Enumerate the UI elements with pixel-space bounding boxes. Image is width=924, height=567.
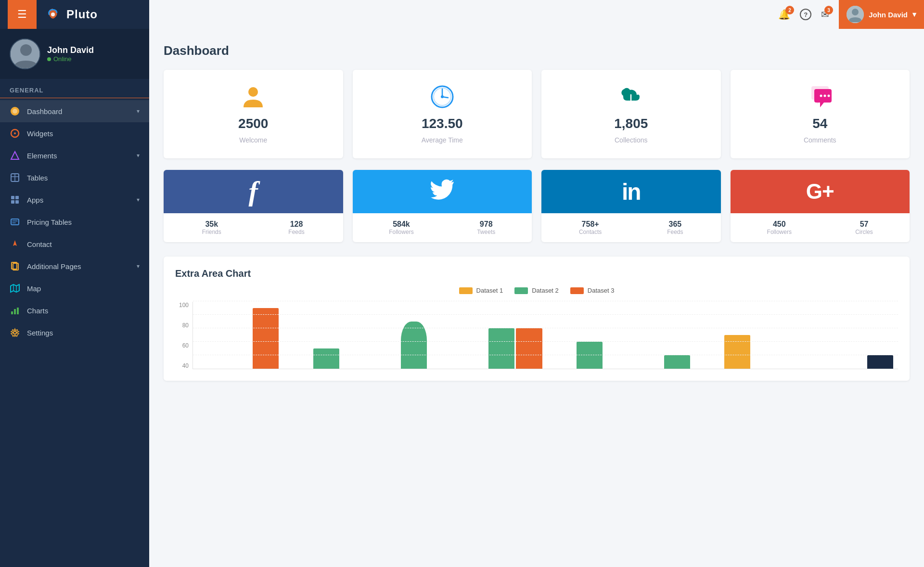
header-user-name: John David — [869, 11, 908, 19]
pricing-tables-label: Pricing Tables — [27, 218, 72, 226]
sidebar-item-tables[interactable]: Tables — [0, 167, 149, 189]
bar-group-3 — [373, 322, 454, 369]
chart-legend: Dataset 1 Dataset 2 Dataset 3 — [175, 287, 898, 294]
welcome-label: Welcome — [239, 136, 267, 144]
average-time-label: Average Time — [422, 136, 463, 144]
twitter-tweets-value: 978 — [480, 220, 493, 229]
svg-point-35 — [823, 95, 826, 97]
average-time-value: 123.50 — [422, 116, 463, 131]
contact-label: Contact — [27, 240, 52, 248]
sidebar-item-apps[interactable]: Apps ▾ — [0, 189, 149, 211]
svg-point-3 — [852, 9, 859, 15]
bar-group-7 — [724, 335, 805, 369]
sidebar-item-contact[interactable]: Contact — [0, 233, 149, 255]
sidebar-item-charts[interactable]: Charts — [0, 299, 149, 322]
apps-arrow: ▾ — [137, 196, 140, 203]
bar-group-6 — [637, 355, 718, 369]
grid-line-100 — [193, 301, 898, 301]
legend-color-dataset3 — [570, 287, 584, 294]
bar-group-4 — [461, 328, 542, 369]
linkedin-feeds-label: Feeds — [667, 229, 683, 235]
bar-group-1 — [198, 308, 279, 369]
message-badge: 3 — [824, 6, 833, 14]
twitter-tweets-label: Tweets — [477, 229, 495, 235]
svg-point-5 — [20, 44, 32, 56]
svg-rect-23 — [11, 311, 13, 314]
notification-badge: 2 — [785, 6, 794, 14]
svg-point-26 — [13, 331, 16, 334]
cloud-download-icon — [618, 84, 643, 111]
bar-1-d3 — [253, 308, 279, 369]
tables-icon — [10, 172, 20, 183]
chart-wrapper: 100 80 60 40 — [175, 302, 898, 369]
sidebar-item-settings[interactable]: Settings — [0, 322, 149, 344]
sidebar-item-map[interactable]: Map — [0, 277, 149, 299]
legend-color-dataset2 — [514, 287, 528, 294]
svg-rect-18 — [11, 219, 19, 225]
y-axis-80: 80 — [175, 322, 189, 329]
sidebar-item-widgets[interactable]: Widgets — [0, 122, 149, 144]
social-card-facebook: f 35k Friends 128 Feeds — [164, 170, 343, 242]
logo-wrapper: Pluto — [37, 6, 98, 23]
googleplus-circles-label: Circles — [855, 229, 873, 235]
social-card-twitter: 584k Followers 978 Tweets — [353, 170, 532, 242]
sidebar-profile: John David Online — [0, 29, 149, 79]
googleplus-followers-label: Followers — [767, 229, 792, 235]
charts-label: Charts — [27, 307, 48, 315]
person-icon — [241, 84, 266, 111]
social-cards: f 35k Friends 128 Feeds — [164, 170, 910, 242]
apps-icon — [10, 194, 20, 205]
facebook-friends: 35k Friends — [202, 220, 221, 235]
svg-rect-17 — [15, 200, 19, 204]
user-dropdown-arrow: ▾ — [912, 10, 916, 19]
additional-pages-icon — [10, 261, 20, 271]
twitter-followers-value: 584k — [393, 220, 410, 229]
facebook-feeds: 128 Feeds — [288, 220, 304, 235]
hamburger-button[interactable]: ☰ — [8, 0, 37, 29]
profile-status: Online — [47, 55, 94, 63]
elements-arrow: ▾ — [137, 152, 140, 159]
chart-y-axis: 100 80 60 40 — [175, 302, 192, 369]
legend-item-dataset1: Dataset 1 — [459, 287, 503, 294]
logo-icon — [44, 6, 62, 23]
sidebar-nav: Dashboard ▾ Widgets Elements ▾ — [0, 100, 149, 344]
avatar-image — [847, 6, 864, 23]
pricing-tables-icon — [10, 217, 20, 227]
help-button[interactable]: ? — [800, 9, 811, 20]
y-axis-40: 40 — [175, 362, 189, 369]
svg-point-27 — [248, 87, 258, 97]
messages-button[interactable]: ✉ 3 — [821, 9, 829, 20]
map-label: Map — [27, 284, 41, 293]
bar-7-d1 — [724, 335, 750, 369]
bar-6-d2 — [664, 355, 690, 369]
bar-4-d3 — [516, 328, 542, 369]
grid-line-80 — [193, 314, 898, 315]
facebook-header: f — [164, 170, 343, 213]
bar-2-d2 — [313, 348, 339, 369]
notification-button[interactable]: 🔔 2 — [778, 9, 790, 20]
sidebar-item-elements[interactable]: Elements ▾ — [0, 144, 149, 167]
bar-group-8 — [812, 355, 893, 369]
chat-icon — [808, 84, 833, 111]
linkedin-icon: in — [622, 179, 641, 205]
bar-4-d2 — [488, 328, 514, 369]
linkedin-contacts: 758+ Contacts — [579, 220, 602, 235]
sidebar-item-additional-pages[interactable]: Additional Pages ▾ — [0, 255, 149, 277]
sidebar-item-dashboard[interactable]: Dashboard ▾ — [0, 100, 149, 122]
settings-icon — [10, 327, 20, 338]
sidebar: John David Online General Dashboard ▾ — [0, 29, 149, 567]
additional-pages-arrow: ▾ — [137, 263, 140, 270]
apps-label: Apps — [27, 196, 43, 204]
elements-label: Elements — [27, 152, 57, 160]
dashboard-label: Dashboard — [27, 107, 62, 116]
grid-line-60 — [193, 328, 898, 328]
sidebar-item-pricing-tables[interactable]: Pricing Tables — [0, 211, 149, 233]
googleplus-header: G+ — [731, 170, 910, 213]
user-avatar-small — [847, 6, 864, 23]
facebook-feeds-value: 128 — [290, 220, 303, 229]
googleplus-followers-value: 450 — [773, 220, 786, 229]
status-dot — [47, 57, 51, 61]
facebook-feeds-label: Feeds — [288, 229, 304, 235]
user-area[interactable]: John David ▾ — [839, 0, 924, 29]
svg-point-1 — [51, 13, 55, 16]
